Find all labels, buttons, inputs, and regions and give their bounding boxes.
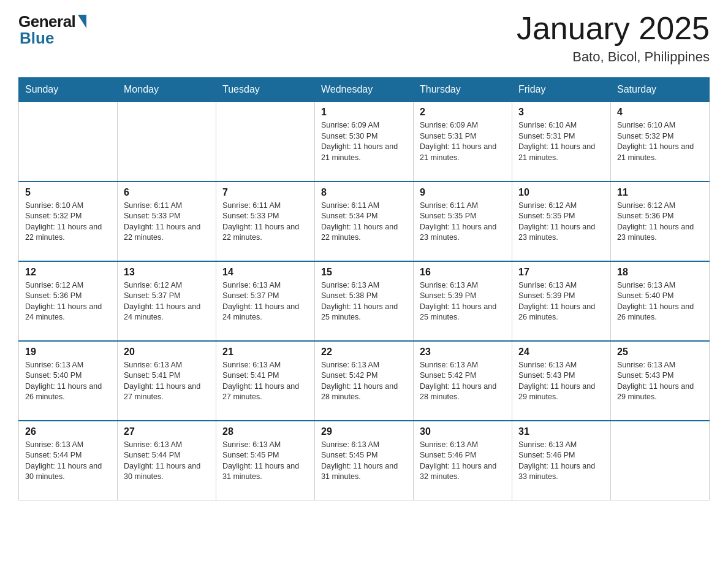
day-info: Sunrise: 6:13 AM Sunset: 5:45 PM Dayligh…	[321, 440, 407, 483]
calendar-day-cell: 26Sunrise: 6:13 AM Sunset: 5:44 PM Dayli…	[19, 421, 118, 500]
day-number: 11	[617, 187, 703, 198]
calendar-day-cell: 28Sunrise: 6:13 AM Sunset: 5:45 PM Dayli…	[216, 421, 315, 500]
day-number: 27	[124, 426, 210, 437]
day-number: 23	[420, 347, 506, 358]
calendar-day-cell: 17Sunrise: 6:13 AM Sunset: 5:39 PM Dayli…	[512, 261, 611, 341]
calendar-day-cell: 21Sunrise: 6:13 AM Sunset: 5:41 PM Dayli…	[216, 341, 315, 421]
day-info: Sunrise: 6:13 AM Sunset: 5:43 PM Dayligh…	[518, 360, 604, 403]
calendar-day-cell: 9Sunrise: 6:11 AM Sunset: 5:35 PM Daylig…	[414, 182, 512, 261]
calendar-day-cell: 31Sunrise: 6:13 AM Sunset: 5:46 PM Dayli…	[512, 421, 611, 500]
day-info: Sunrise: 6:13 AM Sunset: 5:44 PM Dayligh…	[124, 440, 210, 483]
day-info: Sunrise: 6:13 AM Sunset: 5:43 PM Dayligh…	[617, 360, 703, 403]
logo: General Blue	[18, 12, 86, 48]
day-info: Sunrise: 6:13 AM Sunset: 5:44 PM Dayligh…	[25, 440, 111, 483]
day-number: 31	[518, 426, 604, 437]
calendar-day-cell: 14Sunrise: 6:13 AM Sunset: 5:37 PM Dayli…	[216, 261, 315, 341]
calendar-day-cell: 4Sunrise: 6:10 AM Sunset: 5:32 PM Daylig…	[611, 102, 710, 182]
calendar-day-cell: 8Sunrise: 6:11 AM Sunset: 5:34 PM Daylig…	[315, 182, 414, 261]
day-number: 17	[518, 267, 604, 278]
day-number: 9	[420, 187, 506, 198]
day-info: Sunrise: 6:10 AM Sunset: 5:32 PM Dayligh…	[617, 120, 703, 163]
day-number: 16	[420, 267, 506, 278]
day-info: Sunrise: 6:13 AM Sunset: 5:40 PM Dayligh…	[25, 360, 111, 403]
day-number: 2	[420, 107, 506, 118]
calendar-week-row: 12Sunrise: 6:12 AM Sunset: 5:36 PM Dayli…	[19, 261, 710, 341]
day-info: Sunrise: 6:13 AM Sunset: 5:41 PM Dayligh…	[222, 360, 308, 403]
calendar-day-cell	[216, 102, 315, 182]
calendar-day-cell: 10Sunrise: 6:12 AM Sunset: 5:35 PM Dayli…	[512, 182, 611, 261]
day-number: 18	[617, 267, 703, 278]
day-info: Sunrise: 6:13 AM Sunset: 5:45 PM Dayligh…	[222, 440, 308, 483]
calendar-day-cell	[19, 102, 118, 182]
day-info: Sunrise: 6:13 AM Sunset: 5:42 PM Dayligh…	[321, 360, 407, 403]
day-of-week-header: Tuesday	[216, 78, 315, 102]
day-of-week-header: Wednesday	[315, 78, 414, 102]
calendar-day-cell: 16Sunrise: 6:13 AM Sunset: 5:39 PM Dayli…	[414, 261, 512, 341]
day-number: 5	[25, 187, 111, 198]
day-info: Sunrise: 6:12 AM Sunset: 5:37 PM Dayligh…	[124, 280, 210, 323]
calendar-day-cell: 6Sunrise: 6:11 AM Sunset: 5:33 PM Daylig…	[118, 182, 216, 261]
day-of-week-header: Saturday	[611, 78, 710, 102]
day-number: 7	[222, 187, 308, 198]
calendar-day-cell: 22Sunrise: 6:13 AM Sunset: 5:42 PM Dayli…	[315, 341, 414, 421]
day-number: 1	[321, 107, 407, 118]
day-number: 3	[518, 107, 604, 118]
day-info: Sunrise: 6:12 AM Sunset: 5:35 PM Dayligh…	[518, 201, 604, 243]
calendar-day-cell: 18Sunrise: 6:13 AM Sunset: 5:40 PM Dayli…	[611, 261, 710, 341]
location-text: Bato, Bicol, Philippines	[517, 49, 710, 65]
title-area: January 2025 Bato, Bicol, Philippines	[517, 12, 710, 65]
calendar-day-cell	[611, 421, 710, 500]
calendar-day-cell: 20Sunrise: 6:13 AM Sunset: 5:41 PM Dayli…	[118, 341, 216, 421]
day-number: 21	[222, 347, 308, 358]
day-of-week-header: Monday	[118, 78, 216, 102]
day-of-week-header: Sunday	[19, 78, 118, 102]
calendar-day-cell: 23Sunrise: 6:13 AM Sunset: 5:42 PM Dayli…	[414, 341, 512, 421]
day-info: Sunrise: 6:13 AM Sunset: 5:37 PM Dayligh…	[222, 280, 308, 323]
calendar-day-cell: 11Sunrise: 6:12 AM Sunset: 5:36 PM Dayli…	[611, 182, 710, 261]
day-info: Sunrise: 6:13 AM Sunset: 5:46 PM Dayligh…	[518, 440, 604, 483]
logo-blue-text: Blue	[18, 29, 54, 48]
day-info: Sunrise: 6:10 AM Sunset: 5:31 PM Dayligh…	[518, 120, 604, 163]
calendar-table: SundayMondayTuesdayWednesdayThursdayFrid…	[18, 77, 710, 500]
calendar-day-cell: 7Sunrise: 6:11 AM Sunset: 5:33 PM Daylig…	[216, 182, 315, 261]
calendar-week-row: 5Sunrise: 6:10 AM Sunset: 5:32 PM Daylig…	[19, 182, 710, 261]
day-info: Sunrise: 6:13 AM Sunset: 5:40 PM Dayligh…	[617, 280, 703, 323]
day-number: 10	[518, 187, 604, 198]
calendar-week-row: 26Sunrise: 6:13 AM Sunset: 5:44 PM Dayli…	[19, 421, 710, 500]
calendar-day-cell: 29Sunrise: 6:13 AM Sunset: 5:45 PM Dayli…	[315, 421, 414, 500]
day-number: 29	[321, 426, 407, 437]
calendar-day-cell: 5Sunrise: 6:10 AM Sunset: 5:32 PM Daylig…	[19, 182, 118, 261]
day-info: Sunrise: 6:13 AM Sunset: 5:38 PM Dayligh…	[321, 280, 407, 323]
day-info: Sunrise: 6:13 AM Sunset: 5:39 PM Dayligh…	[420, 280, 506, 323]
calendar-week-row: 1Sunrise: 6:09 AM Sunset: 5:30 PM Daylig…	[19, 102, 710, 182]
day-number: 13	[124, 267, 210, 278]
day-info: Sunrise: 6:12 AM Sunset: 5:36 PM Dayligh…	[617, 201, 703, 243]
calendar-day-cell: 15Sunrise: 6:13 AM Sunset: 5:38 PM Dayli…	[315, 261, 414, 341]
calendar-day-cell: 13Sunrise: 6:12 AM Sunset: 5:37 PM Dayli…	[118, 261, 216, 341]
day-of-week-header: Friday	[512, 78, 611, 102]
day-number: 6	[124, 187, 210, 198]
day-number: 19	[25, 347, 111, 358]
day-info: Sunrise: 6:13 AM Sunset: 5:42 PM Dayligh…	[420, 360, 506, 403]
day-info: Sunrise: 6:10 AM Sunset: 5:32 PM Dayligh…	[25, 201, 111, 243]
day-info: Sunrise: 6:13 AM Sunset: 5:39 PM Dayligh…	[518, 280, 604, 323]
day-number: 25	[617, 347, 703, 358]
page-header: General Blue January 2025 Bato, Bicol, P…	[18, 12, 710, 65]
day-number: 30	[420, 426, 506, 437]
calendar-day-cell	[118, 102, 216, 182]
calendar-day-cell: 1Sunrise: 6:09 AM Sunset: 5:30 PM Daylig…	[315, 102, 414, 182]
logo-triangle-icon	[78, 15, 86, 28]
day-info: Sunrise: 6:13 AM Sunset: 5:46 PM Dayligh…	[420, 440, 506, 483]
day-info: Sunrise: 6:12 AM Sunset: 5:36 PM Dayligh…	[25, 280, 111, 323]
day-info: Sunrise: 6:13 AM Sunset: 5:41 PM Dayligh…	[124, 360, 210, 403]
day-info: Sunrise: 6:11 AM Sunset: 5:33 PM Dayligh…	[222, 201, 308, 243]
calendar-day-cell: 3Sunrise: 6:10 AM Sunset: 5:31 PM Daylig…	[512, 102, 611, 182]
calendar-day-cell: 2Sunrise: 6:09 AM Sunset: 5:31 PM Daylig…	[414, 102, 512, 182]
month-title: January 2025	[517, 12, 710, 44]
day-info: Sunrise: 6:11 AM Sunset: 5:33 PM Dayligh…	[124, 201, 210, 243]
day-number: 24	[518, 347, 604, 358]
day-number: 20	[124, 347, 210, 358]
day-number: 8	[321, 187, 407, 198]
calendar-day-cell: 30Sunrise: 6:13 AM Sunset: 5:46 PM Dayli…	[414, 421, 512, 500]
day-number: 4	[617, 107, 703, 118]
